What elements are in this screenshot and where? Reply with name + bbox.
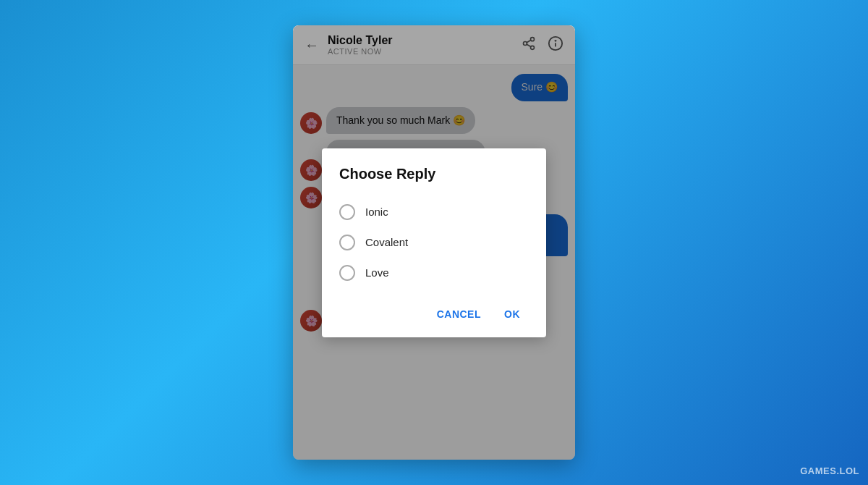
ok-button[interactable]: OK <box>495 303 529 326</box>
watermark: GAMES.LOL <box>800 465 859 476</box>
dialog-actions: CANCEL OK <box>339 303 529 326</box>
option-ionic-label: Ionic <box>365 206 388 218</box>
choose-reply-dialog: Choose Reply Ionic Covalent Love CANCEL … <box>322 148 546 337</box>
cancel-button[interactable]: CANCEL <box>428 303 490 326</box>
option-ionic[interactable]: Ionic <box>339 197 529 227</box>
option-covalent-label: Covalent <box>365 236 408 248</box>
radio-ionic[interactable] <box>339 204 355 220</box>
radio-love[interactable] <box>339 265 355 281</box>
dialog-overlay: Choose Reply Ionic Covalent Love CANCEL … <box>293 25 575 460</box>
chat-container: ← Nicole Tyler ACTIVE NOW <box>293 25 575 460</box>
radio-covalent[interactable] <box>339 235 355 250</box>
option-love-label: Love <box>365 266 389 279</box>
option-covalent[interactable]: Covalent <box>339 227 529 258</box>
option-love[interactable]: Love <box>339 258 529 288</box>
dialog-title: Choose Reply <box>339 166 529 182</box>
